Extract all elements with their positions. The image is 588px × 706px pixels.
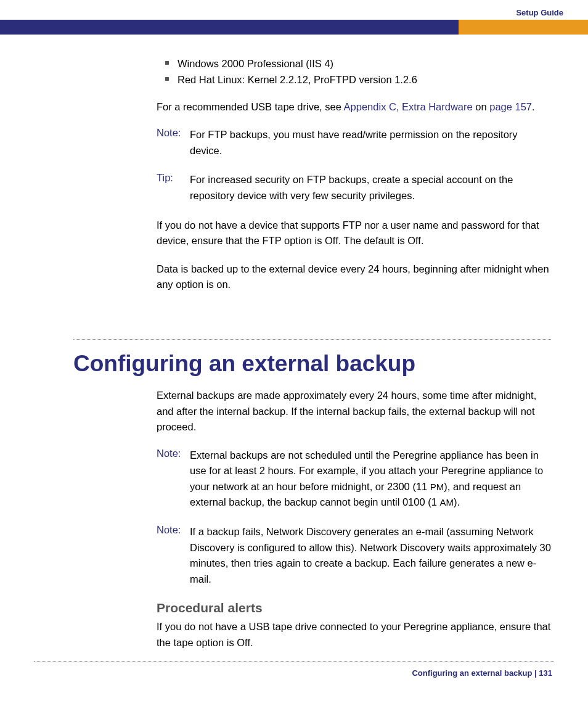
paragraph-ftp-off: If you do not have a device that support… [157,218,551,249]
bullet-list: Windows 2000 Professional (IIS 4) Red Ha… [157,55,551,88]
footer-divider [34,661,554,662]
divider [73,339,551,340]
tip-label: Tip: [157,172,190,203]
note-body: For FTP backups, you must have read/writ… [190,127,551,158]
link-page-157[interactable]: page 157 [489,101,532,112]
note-label: Note: [157,448,190,511]
content-upper: Windows 2000 Professional (IIS 4) Red Ha… [157,55,551,305]
section-heading: Configuring an external backup [73,351,551,377]
footer-page-label: Configuring an external backup | 131 [412,668,552,678]
paragraph-external-intro: External backups are made approximately … [157,388,551,435]
text: For a recommended USB tape drive, see [157,101,344,112]
note-ftp-permission: Note: For FTP backups, you must have rea… [157,127,551,158]
header-guide-title: Setup Guide [516,8,563,17]
link-appendix-c[interactable]: Appendix C, Extra Hardware [344,101,473,112]
header-bar: Setup Guide [0,20,588,35]
text: . [532,101,535,112]
paragraph-tape-off: If you do not have a USB tape drive conn… [157,619,551,651]
paragraph-usb-tape: For a recommended USB tape drive, see Ap… [157,99,551,115]
page: Setup Guide Windows 2000 Professional (I… [0,0,588,706]
tip-ftp-security: Tip: For increased security on FTP backu… [157,172,551,203]
header-bar-left [0,20,459,35]
tip-body: For increased security on FTP backups, c… [190,172,551,203]
note-body: External backups are not scheduled until… [190,448,551,511]
list-item: Windows 2000 Professional (IIS 4) [157,55,551,72]
list-item: Red Hat Linux: Kernel 2.2.12, ProFTPD ve… [157,72,551,88]
note-label: Note: [157,127,190,158]
note-schedule-delay: Note: External backups are not scheduled… [157,448,551,511]
header-bar-right: Setup Guide [459,20,588,35]
text: on [473,101,490,112]
section-body: External backups are made approximately … [157,388,551,651]
text: ). [454,496,460,507]
paragraph-backup-schedule: Data is backed up to the external device… [157,261,551,293]
small-caps-pm: PM [430,482,444,492]
section-configuring-backup: Configuring an external backup External … [73,321,551,663]
note-label: Note: [157,524,190,587]
note-body: If a backup fails, Network Discovery gen… [190,524,551,587]
note-backup-fail: Note: If a backup fails, Network Discove… [157,524,551,587]
subheading-procedural-alerts: Procedural alerts [157,601,551,615]
small-caps-am: AM [439,497,454,507]
